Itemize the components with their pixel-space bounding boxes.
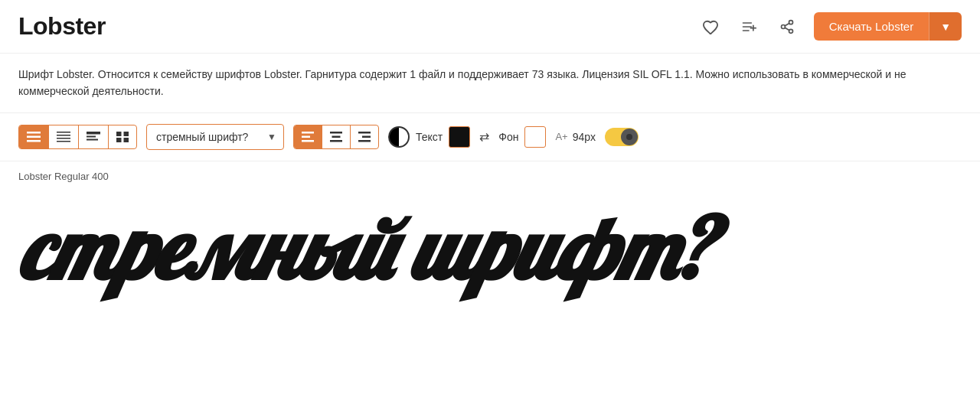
font-variant-label: Lobster Regular 400 — [18, 171, 109, 182]
svg-rect-22 — [116, 138, 122, 142]
svg-rect-11 — [27, 135, 41, 138]
align-center-button[interactable] — [322, 125, 351, 148]
download-arrow-button[interactable]: ▼ — [929, 12, 962, 41]
text-color-section: Текст — [388, 126, 470, 148]
share-button[interactable] — [776, 16, 799, 37]
align-left-button[interactable] — [294, 125, 322, 148]
header-actions: Скачать Lobster ▼ — [699, 12, 962, 41]
text-select-wrapper: стремный шрифт? AaBbCc Привет мир ▼ — [146, 124, 284, 150]
font-description: Шрифт Lobster. Относится к семейству шри… — [0, 54, 980, 113]
preview-text: стремный шрифт? — [18, 200, 962, 298]
font-info: Lobster Regular 400 — [0, 161, 980, 188]
layout-list-button[interactable] — [19, 125, 49, 148]
align-button-group — [293, 125, 379, 149]
download-main-button[interactable]: Скачать Lobster — [814, 12, 929, 41]
text-color-swatch[interactable] — [449, 126, 470, 148]
favorite-button[interactable] — [699, 16, 722, 37]
align-right-button[interactable] — [351, 125, 378, 148]
svg-rect-23 — [124, 138, 129, 142]
text-color-label: Текст — [416, 131, 443, 143]
svg-line-9 — [785, 23, 789, 25]
svg-rect-21 — [124, 132, 129, 136]
header: Lobster Скачать Lobster ▼ — [0, 0, 980, 54]
font-size-value: 94px — [573, 131, 596, 143]
toggle-knob — [621, 129, 638, 145]
svg-rect-17 — [87, 132, 100, 135]
layout-compact-button[interactable] — [49, 125, 79, 148]
svg-rect-29 — [330, 140, 342, 142]
svg-rect-12 — [27, 140, 41, 142]
svg-rect-16 — [57, 141, 70, 142]
svg-rect-28 — [332, 135, 341, 138]
auto-size-toggle[interactable] — [605, 128, 639, 146]
font-size-icon: A+ — [555, 131, 567, 142]
svg-rect-13 — [57, 132, 70, 133]
svg-rect-10 — [27, 132, 41, 134]
bg-color-label: Фон — [498, 131, 518, 143]
svg-rect-20 — [116, 132, 122, 136]
bg-color-section: Фон — [498, 126, 546, 148]
svg-rect-19 — [87, 138, 98, 140]
svg-rect-27 — [330, 132, 342, 134]
layout-grid-button[interactable] — [109, 125, 136, 148]
font-title: Lobster — [18, 12, 106, 41]
font-size-section: A+ 94px — [555, 131, 596, 143]
svg-point-33 — [626, 134, 632, 140]
svg-rect-31 — [362, 135, 371, 138]
swap-colors-icon[interactable]: ⇄ — [479, 129, 489, 144]
download-button-group: Скачать Lobster ▼ — [814, 12, 962, 41]
preview-area: стремный шрифт? — [0, 188, 980, 322]
svg-rect-15 — [57, 138, 70, 139]
svg-rect-14 — [57, 135, 70, 136]
svg-line-8 — [785, 28, 789, 30]
svg-rect-30 — [358, 132, 371, 134]
toolbar: стремный шрифт? AaBbCc Привет мир ▼ Текс… — [0, 113, 980, 161]
svg-rect-18 — [87, 135, 96, 137]
add-to-list-button[interactable] — [737, 16, 760, 37]
layout-button-group — [18, 125, 137, 149]
svg-rect-24 — [302, 132, 314, 134]
preview-text-select[interactable]: стремный шрифт? AaBbCc Привет мир — [146, 124, 284, 150]
bg-color-swatch[interactable] — [524, 126, 546, 148]
svg-rect-25 — [302, 135, 310, 138]
contrast-icon — [388, 126, 410, 148]
svg-rect-26 — [302, 140, 314, 142]
svg-rect-32 — [358, 140, 371, 142]
layout-single-button[interactable] — [79, 125, 109, 148]
